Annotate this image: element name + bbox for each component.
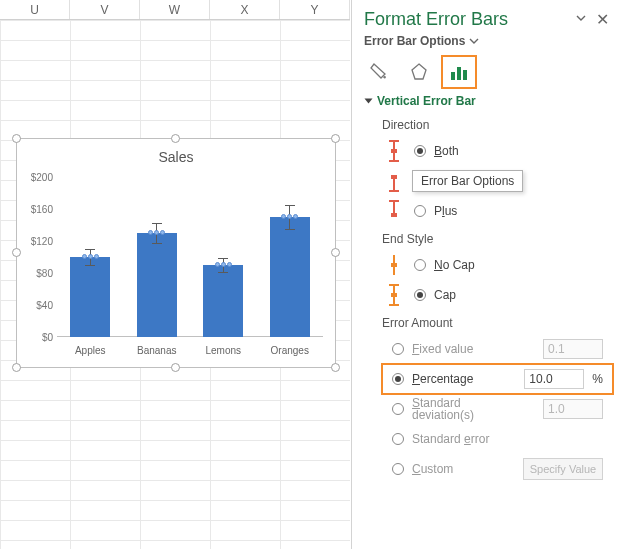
x-tick-label: Oranges	[260, 345, 320, 356]
radio[interactable]	[414, 145, 426, 157]
y-tick-label: $80	[21, 268, 57, 279]
y-tick-label: $40	[21, 300, 57, 311]
x-tick-label: Lemons	[193, 345, 253, 356]
percent-suffix: %	[592, 372, 603, 386]
direction-label: Direction	[352, 112, 619, 136]
svg-rect-3	[463, 70, 467, 80]
endstyle-cap-option[interactable]: Cap	[352, 280, 619, 310]
fill-line-tab-icon[interactable]	[364, 58, 394, 86]
percentage-input[interactable]	[524, 369, 584, 389]
pane-title: Format Error Bars	[364, 9, 508, 30]
radio[interactable]	[392, 463, 404, 475]
error-bar-selection	[80, 254, 100, 259]
error-bar-selection	[213, 262, 233, 267]
y-tick-label: $120	[21, 236, 57, 247]
amount-percentage-option[interactable]: Percentage %	[382, 364, 613, 394]
fixed-value-input[interactable]	[543, 339, 603, 359]
resize-handle[interactable]	[331, 363, 340, 372]
section-header[interactable]: Vertical Error Bar	[352, 94, 619, 112]
resize-handle[interactable]	[12, 134, 21, 143]
dropdown-caret-icon[interactable]	[576, 12, 586, 26]
resize-handle[interactable]	[12, 363, 21, 372]
error-bar-selection	[280, 214, 300, 219]
svg-rect-10	[391, 175, 397, 179]
format-pane: Format Error Bars ✕ Error Bar Options Er…	[351, 0, 619, 549]
col-header[interactable]: V	[70, 0, 140, 19]
radio[interactable]	[392, 373, 404, 385]
radio[interactable]	[392, 403, 404, 415]
direction-both-option[interactable]: Both	[352, 136, 619, 166]
x-tick-label: Bananas	[127, 345, 187, 356]
plus-icon	[382, 199, 406, 223]
bar[interactable]	[137, 233, 177, 337]
radio[interactable]	[414, 289, 426, 301]
bar[interactable]	[270, 217, 310, 337]
option-label: Standarddeviation(s)	[412, 397, 535, 421]
option-label: Standard error	[412, 432, 603, 446]
bar-options-tab-icon[interactable]	[444, 58, 474, 86]
effects-tab-icon[interactable]	[404, 58, 434, 86]
col-header[interactable]: U	[0, 0, 70, 19]
endstyle-nocap-option[interactable]: No Cap	[352, 250, 619, 280]
radio[interactable]	[414, 259, 426, 271]
svg-rect-1	[451, 72, 455, 80]
col-header[interactable]: X	[210, 0, 280, 19]
x-tick-label: Apples	[60, 345, 120, 356]
plot-area[interactable]: $0$40$80$120$160$200ApplesBananasLemonsO…	[57, 177, 323, 337]
options-label: Error Bar Options	[364, 34, 465, 48]
nocap-icon	[382, 253, 406, 277]
resize-handle[interactable]	[331, 134, 340, 143]
option-label: No Cap	[434, 258, 475, 272]
svg-marker-0	[412, 64, 426, 79]
stddev-input[interactable]	[543, 399, 603, 419]
resize-handle[interactable]	[171, 363, 180, 372]
column-headers: U V W X Y	[0, 0, 350, 20]
amount-stderr-option[interactable]: Standard error	[352, 424, 619, 454]
close-icon[interactable]: ✕	[596, 10, 609, 29]
option-label: Both	[434, 144, 459, 158]
option-label: Cap	[434, 288, 456, 302]
y-tick-label: $0	[21, 332, 57, 343]
radio[interactable]	[392, 433, 404, 445]
amount-fixed-option[interactable]: Fixed value	[352, 334, 619, 364]
option-label: Plus	[434, 204, 457, 218]
col-header[interactable]: W	[140, 0, 210, 19]
bar[interactable]	[70, 257, 110, 337]
resize-handle[interactable]	[331, 248, 340, 257]
radio[interactable]	[414, 205, 426, 217]
svg-rect-13	[391, 213, 397, 217]
option-label: Percentage	[412, 372, 516, 386]
y-tick-label: $200	[21, 172, 57, 183]
tab-icons: Error Bar Options	[352, 54, 619, 94]
both-icon	[382, 139, 406, 163]
specify-value-button[interactable]: Specify Value	[523, 458, 603, 480]
endstyle-label: End Style	[352, 226, 619, 250]
tooltip: Error Bar Options	[412, 170, 523, 192]
cap-icon	[382, 283, 406, 307]
option-label: Custom	[412, 462, 515, 476]
y-tick-label: $160	[21, 204, 57, 215]
resize-handle[interactable]	[12, 248, 21, 257]
radio[interactable]	[392, 343, 404, 355]
col-header[interactable]: Y	[280, 0, 350, 19]
amount-custom-option[interactable]: Custom Specify Value	[352, 454, 619, 484]
spreadsheet-area: U V W X Y Sales $0$40$80$120$160$200Appl…	[0, 0, 350, 549]
direction-plus-option[interactable]: Plus	[352, 196, 619, 226]
bar[interactable]	[203, 265, 243, 337]
amount-stddev-option[interactable]: Standarddeviation(s)	[352, 394, 619, 424]
options-dropdown[interactable]: Error Bar Options	[352, 34, 619, 54]
error-bar-selection	[147, 230, 167, 235]
svg-rect-2	[457, 67, 461, 80]
embedded-chart[interactable]: Sales $0$40$80$120$160$200ApplesBananasL…	[16, 138, 336, 368]
option-label: Fixed value	[412, 342, 535, 356]
resize-handle[interactable]	[171, 134, 180, 143]
svg-rect-19	[391, 293, 397, 297]
svg-rect-15	[391, 263, 397, 267]
minus-icon	[382, 169, 406, 193]
amount-label: Error Amount	[352, 310, 619, 334]
svg-rect-7	[391, 149, 397, 153]
